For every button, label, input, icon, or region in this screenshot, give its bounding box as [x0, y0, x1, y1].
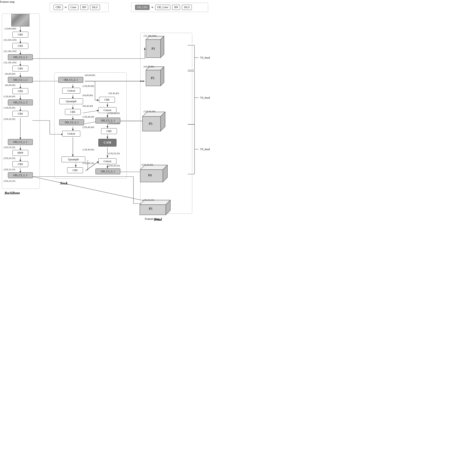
dim-128-40-40-bb: (128,40,40) [4, 95, 15, 98]
neck-dim-256-20-20: (256,20,20) [108, 164, 120, 167]
neck-upsample1: Upsample [59, 98, 83, 104]
main-container: CBS = Conv BN SiLU OD_CBS = OD_Conv BN S… [0, 0, 232, 238]
svg-text:P1: P1 [151, 47, 155, 50]
head-p1-box: P1 [144, 35, 162, 58]
svg-text:P5: P5 [149, 207, 152, 211]
neck-dim-128-40-40: (64,40,40) [83, 105, 93, 107]
head-p5-box: P5 [138, 199, 171, 215]
dim-256-10-10-bb: (256,10,10) [4, 168, 15, 171]
svg-text:P3: P3 [149, 122, 152, 125]
input-image [11, 14, 29, 26]
neck-odc3-2-1a: OD_C3_2, 1 [58, 77, 83, 83]
feature-map-text: Feature map [145, 217, 160, 221]
dim-64-80-80-bb2: (64,80,80) [5, 84, 15, 86]
svg-marker-82 [140, 205, 166, 215]
svg-text:P4: P4 [148, 174, 152, 177]
svg-marker-64 [160, 36, 164, 58]
od-cbs-conv: OD_Conv [155, 5, 170, 10]
neck-dim-128-80-80: (128,80,80) [83, 85, 94, 87]
od-cbs-legend-label: OD_CBS [135, 5, 150, 10]
backbone-label: BackBone [5, 191, 20, 195]
backbone-cbs5: CBS [12, 111, 28, 117]
dim-256-20-20-bb3: (256,20,20) [4, 157, 15, 159]
od-cbs-eq: = [151, 5, 153, 9]
dim-256-10-10-bb2: (256,10,10) [4, 180, 15, 182]
neck-dim-128-20-20b: (128,20,20) [108, 152, 120, 155]
cbs-eq: = [65, 5, 67, 9]
head-dim-256-10-10: (256,10,10) [142, 199, 154, 201]
neck-dim-256-40-40: (128,40,40) [83, 115, 94, 118]
backbone-odc3-1-1b: OD_C3_1, 1 [8, 139, 33, 145]
head-dim-128-40-40: (128,40,40) [144, 110, 155, 113]
cbs-silu: SiLU [90, 5, 100, 10]
backbone-cbs2: CBS [12, 43, 28, 49]
neck-cbs-mid: CBS [99, 97, 115, 103]
neck-dim-128-20-20: (128,20,20) [83, 162, 94, 164]
backbone-cbs3: CBS [12, 66, 28, 71]
dim-128-40-40-bb2: (128,40,40) [4, 106, 15, 109]
dim-64-80-80-bb: (64,80,80) [5, 72, 15, 75]
dim-32-160-160-bb2: (32,160,160) [4, 61, 17, 64]
cbs-conv: Conv [69, 5, 79, 10]
neck-dim-128-40-40c: (128,40,40) [108, 112, 120, 115]
dim-3-640-640: (3,640,640) [5, 27, 16, 30]
backbone-sppf: SPPF [12, 150, 28, 156]
backbone-cbs4: CBS [12, 88, 28, 94]
neck-concat1: Concat [62, 88, 80, 94]
od-cbs-silu: SiLU [182, 5, 192, 10]
ts-head-3: TS_head [200, 148, 210, 151]
neck-dim-64-80-80: (64,80,80) [85, 74, 95, 76]
head-dim-32-160-160: (32,160,160) [144, 34, 157, 37]
head-p3-box: P3 [140, 111, 165, 131]
neck-cbs1: CBS [65, 109, 81, 115]
neck-concat4: Concat [98, 158, 116, 164]
neck-cbs2: CBS [67, 167, 83, 173]
backbone-odc3-1-3: OD_C3_1, 3 [8, 99, 33, 105]
neck-cbs3: CBS [101, 128, 117, 134]
head-p2-box: P2 [144, 66, 164, 86]
svg-marker-69 [160, 67, 164, 86]
neck-concat2: Concat [62, 131, 80, 137]
od-cbs-legend: OD_CBS = OD_Conv BN SiLU [131, 3, 208, 12]
svg-text:P2: P2 [151, 76, 154, 80]
head-dim-64-80-80: (64,80,80) [144, 65, 154, 68]
cbs-legend-label: CBS [53, 5, 63, 10]
dim-16-320-320: (16,320,320) [4, 38, 17, 41]
neck-upsample2: Upsample [62, 157, 85, 162]
neck-dim-128-40-40b: (128,40,40) [83, 148, 94, 151]
feature-map-label: Feature map [0, 0, 15, 4]
ts-head-1: TS_head [200, 56, 210, 60]
head-p4-box: P4 [138, 164, 167, 182]
backbone-cbs6: CBS [12, 161, 28, 167]
backbone-odc3-1-1c: OD_C3_1, 1 [8, 172, 33, 178]
dim-256-20-20-bb: (256,20,20) [4, 118, 15, 120]
neck-dim-64-40-40: (64,40,40) [108, 92, 119, 95]
neck-dim-256-40-40b: (256,40,40) [83, 126, 94, 128]
backbone-odc3-1-2: OD_C3_1, 2 [8, 77, 33, 83]
neck-odc3-2-1d: OD_C3_2, 1 [96, 168, 120, 174]
cbs-legend: CBS = Conv BN SiLU [50, 3, 108, 12]
neck-label: Neck [60, 181, 68, 185]
neck-odc3-2-1b: OD_C3_2, 1 [59, 119, 84, 125]
cbs-bn: BN [80, 5, 88, 10]
backbone-odc3-1-1: OD_C3_1, 1 [8, 54, 33, 60]
ts-head-2: TS_head [200, 96, 210, 99]
neck-cam: CAM [98, 139, 116, 147]
od-cbs-bn: BN [172, 5, 180, 10]
dim-32-160-160-bb: (32,160,160) [4, 50, 17, 53]
head-dim-256-20-20: (256,20,20) [141, 163, 153, 166]
neck-dim-128-40-40d: (128,40,40) [108, 122, 120, 125]
neck-dim-64-80-80b: (64,80,80) [83, 94, 93, 97]
dim-256-20-20-bb2: (256,20,20) [4, 146, 15, 149]
backbone-cbs1: CBS [12, 32, 28, 37]
